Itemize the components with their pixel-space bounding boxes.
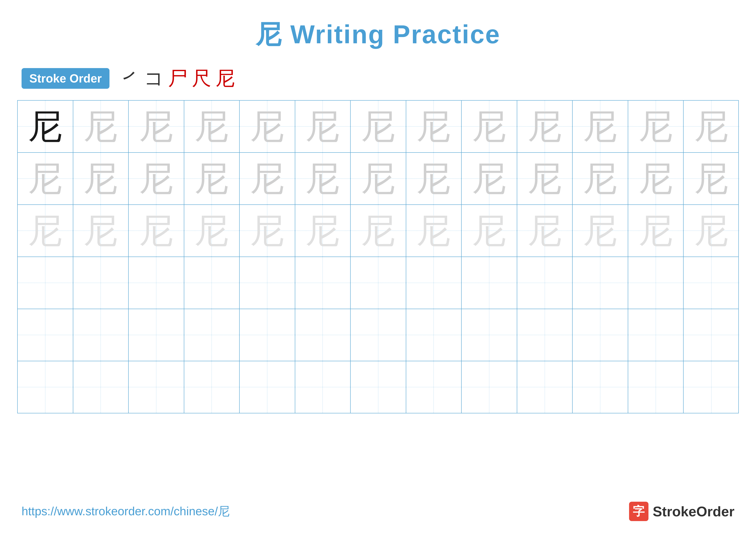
grid-cell-empty[interactable] [406,257,462,309]
grid-cell[interactable]: 尼 [351,101,406,152]
char-dark: 尼 [28,109,63,144]
grid-cell[interactable]: 尼 [628,101,684,152]
grid-cell-empty[interactable] [240,361,295,413]
grid-cell[interactable]: 尼 [573,205,628,257]
grid-cell-empty[interactable] [295,361,351,413]
grid-cell-empty[interactable] [406,309,462,361]
grid-cell-empty[interactable] [184,361,240,413]
grid-cell[interactable]: 尼 [129,153,184,204]
grid-cell-empty[interactable] [240,309,295,361]
char-light: 尼 [305,109,340,144]
grid-cell[interactable]: 尼 [295,205,351,257]
char-light: 尼 [417,161,451,196]
grid-cell-empty[interactable] [351,361,406,413]
char-light: 尼 [694,109,729,144]
char-lighter: 尼 [139,214,174,248]
grid-cell[interactable]: 尼 [573,101,628,152]
grid-cell[interactable]: 尼 [684,205,739,257]
logo-name: StrokeOrder [653,503,735,520]
grid-cell[interactable]: 尼 [462,101,517,152]
grid-cell-empty[interactable] [684,309,739,361]
grid-cell[interactable]: 尼 [295,101,351,152]
grid-cell-empty[interactable] [573,361,628,413]
grid-cell[interactable]: 尼 [18,153,73,204]
char-lighter: 尼 [250,214,284,248]
grid-cell[interactable]: 尼 [684,101,739,152]
grid-cell[interactable]: 尼 [462,153,517,204]
char-lighter: 尼 [527,214,562,248]
grid-cell[interactable]: 尼 [240,205,295,257]
grid-cell[interactable]: 尼 [462,205,517,257]
grid-cell-empty[interactable] [628,309,684,361]
char-light: 尼 [694,161,729,196]
grid-cell[interactable]: 尼 [517,153,573,204]
grid-cell-empty[interactable] [517,361,573,413]
grid-cell-empty[interactable] [573,309,628,361]
char-light: 尼 [83,109,118,144]
grid-cell-empty[interactable] [73,257,129,309]
grid-cell[interactable]: 尼 [73,205,129,257]
grid-cell[interactable]: 尼 [295,153,351,204]
char-light: 尼 [638,109,673,144]
grid-row-6 [18,361,738,413]
grid-cell[interactable]: 尼 [129,205,184,257]
grid-cell-empty[interactable] [462,361,517,413]
grid-row-3: 尼 尼 尼 尼 尼 尼 尼 尼 尼 尼 尼 尼 [18,205,738,257]
grid-cell-empty[interactable] [684,361,739,413]
grid-cell-empty[interactable] [462,309,517,361]
grid-cell[interactable]: 尼 [18,205,73,257]
grid-cell-empty[interactable] [628,361,684,413]
grid-cell-empty[interactable] [129,361,184,413]
grid-cell-empty[interactable] [129,309,184,361]
grid-cell-empty[interactable] [351,257,406,309]
grid-cell[interactable]: 尼 [73,153,129,204]
grid-cell[interactable]: 尼 [628,205,684,257]
grid-cell-empty[interactable] [18,257,73,309]
grid-cell-empty[interactable] [351,309,406,361]
grid-cell-empty[interactable] [73,309,129,361]
grid-cell-empty[interactable] [462,257,517,309]
grid-cell[interactable]: 尼 [517,205,573,257]
grid-cell[interactable]: 尼 [628,153,684,204]
grid-cell-empty[interactable] [184,257,240,309]
grid-cell[interactable]: 尼 [73,101,129,152]
grid-cell-empty[interactable] [18,309,73,361]
char-light: 尼 [361,109,395,144]
grid-cell[interactable]: 尼 [406,153,462,204]
grid-cell[interactable]: 尼 [351,205,406,257]
grid-cell-empty[interactable] [129,257,184,309]
grid-cell-empty[interactable] [18,361,73,413]
grid-cell-empty[interactable] [73,361,129,413]
char-light: 尼 [194,109,229,144]
footer-url[interactable]: https://www.strokeorder.com/chinese/尼 [21,503,230,519]
grid-cell-empty[interactable] [406,361,462,413]
grid-cell[interactable]: 尼 [573,153,628,204]
grid-cell-empty[interactable] [573,257,628,309]
grid-cell-empty[interactable] [628,257,684,309]
char-light: 尼 [527,109,562,144]
grid-cell[interactable]: 尼 [684,153,739,204]
grid-cell-empty[interactable] [184,309,240,361]
grid-cell-empty[interactable] [684,257,739,309]
grid-cell-empty[interactable] [517,257,573,309]
grid-cell[interactable]: 尼 [406,205,462,257]
grid-cell[interactable]: 尼 [129,101,184,152]
grid-cell[interactable]: 尼 [351,153,406,204]
grid-cell[interactable]: 尼 [184,153,240,204]
grid-cell-empty[interactable] [240,257,295,309]
char-lighter: 尼 [694,214,729,248]
grid-cell[interactable]: 尼 [184,205,240,257]
grid-cell[interactable]: 尼 [240,153,295,204]
grid-cell[interactable]: 尼 [184,101,240,152]
grid-cell[interactable]: 尼 [18,101,73,152]
char-light: 尼 [28,161,63,196]
grid-cell-empty[interactable] [517,309,573,361]
grid-cell[interactable]: 尼 [240,101,295,152]
grid-cell-empty[interactable] [295,309,351,361]
grid-cell[interactable]: 尼 [517,101,573,152]
grid-cell[interactable]: 尼 [406,101,462,152]
grid-cell-empty[interactable] [295,257,351,309]
char-light: 尼 [361,161,395,196]
char-lighter: 尼 [583,214,617,248]
footer-logo: 字 StrokeOrder [629,502,735,521]
